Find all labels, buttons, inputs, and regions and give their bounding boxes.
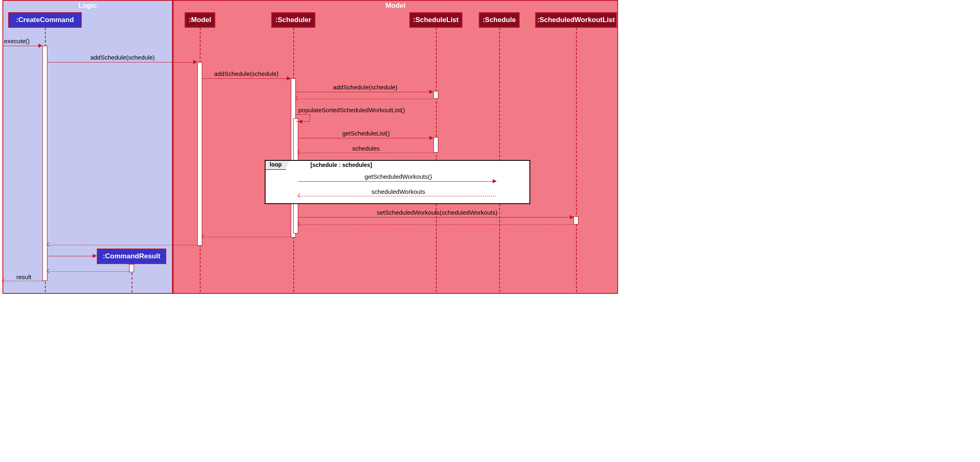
arrow-getscheduledworkouts (298, 181, 494, 182)
msg-getscheduledworkouts: getScheduledWorkouts() (302, 173, 494, 180)
arrowhead-getschedulelist (429, 136, 433, 140)
return-commandresult (47, 271, 129, 272)
return-addschedule-3 (296, 99, 433, 99)
selfcall-populate-head (298, 120, 302, 124)
arrow-addschedule-2 (202, 78, 288, 79)
msg-scheduledworkouts: scheduledWorkouts (302, 188, 494, 195)
arrowhead-addschedule-2 (287, 76, 291, 80)
arrow-getschedulelist (298, 138, 431, 138)
sequence-diagram: Logic Model :CreateCommand :Model :Sched… (0, 0, 621, 302)
activation-create-command (42, 46, 47, 281)
arrowhead-getscheduledworkouts (493, 179, 497, 183)
msg-populate: populateSortedScheduledWorkoutList() (298, 107, 435, 113)
arrowhead-addschedule-3 (429, 90, 433, 94)
loop-frame: loop [schedule : schedules] (265, 160, 530, 204)
arrowhead-execute (38, 44, 42, 48)
msg-getschedulelist: getScheduleList() (300, 130, 432, 137)
msg-addschedule-3: addSchedule(schedule) (298, 84, 432, 91)
lifeline-scheduled-workout-list (576, 28, 577, 292)
activation-schedule-list-1 (433, 91, 438, 99)
participant-command-result: :CommandResult (97, 249, 166, 264)
return-scheduledworkouts (298, 196, 496, 196)
arrow-addschedule-3 (296, 92, 431, 92)
return-scheduler-model (202, 237, 290, 237)
participant-schedule: :Schedule (479, 12, 520, 28)
return-model-create (47, 245, 197, 245)
return-setscheduledworkouts (298, 224, 573, 225)
loop-label: loop (266, 161, 290, 170)
participant-create-command: :CreateCommand (8, 12, 82, 28)
arrowhead-setscheduledworkouts (570, 215, 574, 219)
frame-logic-title: Logic (3, 2, 172, 10)
activation-model (197, 62, 202, 246)
arrowhead-addschedule-1 (193, 60, 197, 64)
activation-swl (574, 216, 578, 224)
participant-schedule-list: :ScheduleList (409, 12, 462, 28)
msg-addschedule-1: addSchedule(schedule) (53, 54, 192, 61)
arrow-setscheduledworkouts (298, 217, 571, 218)
msg-addschedule-2: addSchedule(schedule) (203, 70, 289, 77)
participant-scheduled-workout-list: :ScheduledWorkoutList (535, 12, 617, 28)
loop-guard: [schedule : schedules] (310, 162, 372, 168)
msg-execute: execute() (4, 38, 30, 44)
arrow-create-commandresult (47, 256, 94, 256)
msg-schedules: schedules (300, 145, 432, 152)
arrowhead-create-commandresult (93, 254, 97, 258)
participant-model: :Model (185, 12, 215, 28)
activation-command-result (129, 264, 134, 272)
frame-model-title: Model (174, 2, 617, 10)
activation-schedule-list-2 (433, 137, 438, 153)
return-schedules (298, 153, 433, 153)
msg-setscheduledworkouts: setScheduledWorkouts(scheduledWorkouts) (302, 209, 572, 216)
arrow-result (2, 281, 42, 281)
arrow-execute (2, 46, 40, 46)
participant-scheduler: :Scheduler (271, 12, 315, 28)
msg-result: result (16, 273, 31, 280)
arrow-addschedule-1 (47, 62, 194, 62)
